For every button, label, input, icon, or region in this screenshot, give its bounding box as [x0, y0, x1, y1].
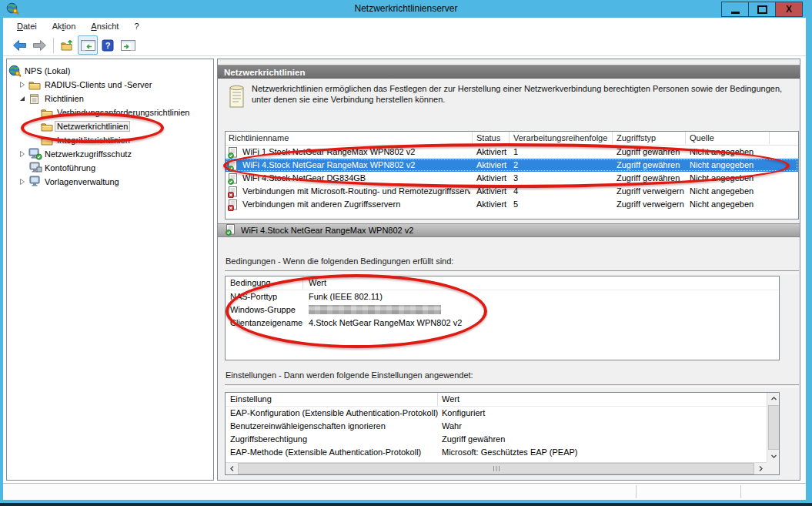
selected-policy-title: WiFi 4.Stock NetGear RangeMax WPN802 v2: [241, 226, 413, 235]
menu-aktion[interactable]: Aktion: [45, 19, 84, 33]
condition-value: 4.Stock NetGear RangeMax WPN802 v2: [309, 318, 462, 327]
nap-computer-icon: [28, 148, 42, 160]
policy-cell-status: Aktiviert: [476, 160, 506, 169]
tree-item-nps-lokal-[interactable]: NPS (Lokal): [7, 64, 213, 78]
tree-item-kontoführung[interactable]: Kontoführung: [7, 161, 213, 175]
setting-value: Wahr: [442, 421, 462, 431]
conditions-label: Bedingungen - Wenn die folgenden Bedingu…: [226, 256, 453, 266]
condition-name: Windows-Gruppe: [230, 305, 296, 314]
setting-row[interactable]: EAP-Konfiguration (Extensible Authentica…: [226, 407, 779, 420]
toolbar-forward-arrow-button[interactable]: [29, 35, 49, 55]
condition-name: Clientanzeigename: [230, 318, 302, 327]
minimize-icon: [731, 12, 740, 14]
tree-item-netzwerkrichtlinien[interactable]: Netzwerkrichtlinien: [7, 119, 213, 133]
policy-cell-status: Aktiviert: [476, 186, 506, 196]
policy-cell-order: 2: [513, 160, 518, 169]
export-list-icon: [61, 39, 75, 52]
policy-cell-source: Nicht angegeben: [690, 199, 754, 209]
settings-horizontal-scrollbar[interactable]: [226, 462, 767, 474]
setting-row[interactable]: Benutzereinwähleigenschaften ignorierenW…: [226, 420, 779, 433]
toolbar-help-button[interactable]: ?: [98, 35, 118, 55]
setting-value: Konfiguriert: [442, 408, 485, 417]
status-bar: [3, 483, 806, 500]
menu-datei[interactable]: Datei: [9, 19, 45, 33]
conditions-col-bedingung[interactable]: Bedingung: [230, 278, 271, 287]
setting-name: Zugriffsberechtigung: [230, 434, 307, 444]
conditions-list: Bedingung Wert NAS-PorttypFunk (IEEE 802…: [225, 276, 780, 360]
scrollbar-thumb[interactable]: [238, 463, 754, 474]
setting-row[interactable]: ZugriffsberechtigungZugriff gewähren: [226, 433, 779, 446]
window-title: Netzwerkrichtlinienserver: [0, 3, 812, 14]
tree-item-radius-clients-und-server[interactable]: RADIUS-Clients und -Server: [7, 78, 213, 92]
policy-col-name[interactable]: Richtlinienname: [229, 133, 289, 142]
policy-col-status[interactable]: Status: [476, 133, 500, 142]
policy-row[interactable]: Verbindungen mit anderen Zugriffsservern…: [226, 198, 798, 211]
close-button[interactable]: X: [775, 2, 803, 17]
scroll-down-icon[interactable]: [767, 451, 780, 462]
condition-row[interactable]: Windows-Gruppe: [226, 303, 779, 317]
expander-collapsed-icon[interactable]: [16, 178, 28, 186]
toolbar-export-list-button[interactable]: [58, 35, 78, 55]
policy-col-source[interactable]: Quelle: [690, 133, 714, 142]
policy-cell-order: 1: [513, 147, 518, 156]
policy-row[interactable]: Verbindungen mit Microsoft-Routing- und …: [226, 185, 798, 198]
help-icon: ?: [102, 39, 114, 52]
folder-icon: [41, 122, 55, 132]
results-pane-header: Netzwerkrichtlinien: [218, 65, 800, 79]
toolbar-action-pane-button[interactable]: [118, 35, 138, 55]
settings-col-einstellung[interactable]: Einstellung: [230, 394, 272, 404]
policy-cell-name: WiFi 1.Stock NetGear RangeMax WPN802 v2: [242, 147, 470, 156]
policy-cell-source: Nicht angegeben: [690, 173, 754, 183]
toolbar-console-tree-button[interactable]: [78, 35, 98, 55]
expander-collapsed-icon[interactable]: [16, 150, 28, 158]
close-icon: X: [786, 4, 792, 15]
console-tree-icon: [81, 40, 95, 51]
scroll-up-icon[interactable]: [767, 393, 780, 404]
column-divider: [769, 132, 770, 144]
policy-scroll-icon: [28, 93, 42, 105]
column-divider: [685, 132, 686, 144]
policy-col-order[interactable]: Verarbeitungsreihenfolge: [513, 133, 607, 142]
policy-row[interactable]: WiFi 4.Stock NetGear DG834GBAktiviert3Zu…: [226, 172, 798, 185]
toolbar-back-arrow-button[interactable]: [9, 35, 29, 55]
settings-vertical-scrollbar[interactable]: [767, 393, 779, 462]
condition-row[interactable]: NAS-PorttypFunk (IEEE 802.11): [226, 290, 779, 303]
policy-cell-source: Nicht angegeben: [690, 147, 754, 156]
condition-row[interactable]: Clientanzeigename4.Stock NetGear RangeMa…: [226, 317, 779, 330]
console-tree-pane: NPS (Lokal)RADIUS-Clients und -ServerRic…: [6, 59, 214, 481]
folder-icon: [28, 80, 42, 90]
tree-item-verbindungsanforderungsrichtlinien[interactable]: Verbindungsanforderungsrichtlinien: [7, 106, 213, 119]
scroll-right-icon[interactable]: [754, 463, 767, 474]
policy-cell-order: 4: [513, 186, 518, 196]
tree-item-label: Netzwerkrichtlinien: [55, 121, 130, 132]
condition-name: NAS-Porttyp: [230, 292, 277, 301]
settings-col-wert[interactable]: Wert: [442, 394, 459, 404]
tree-item-vorlagenverwaltung[interactable]: Vorlagenverwaltung: [7, 175, 213, 189]
conditions-col-wert[interactable]: Wert: [309, 278, 326, 287]
scrollbar-thumb[interactable]: [768, 405, 780, 450]
policy-col-access[interactable]: Zugriffstyp: [617, 133, 656, 142]
settings-label: Einstellungen - Dann werden folgende Ein…: [226, 370, 473, 380]
minimize-button[interactable]: [721, 2, 749, 17]
menu-?[interactable]: ?: [126, 19, 146, 33]
expander-expanded-icon[interactable]: [16, 95, 28, 102]
expander-collapsed-icon[interactable]: [16, 81, 28, 89]
tree-item-label: RADIUS-Clients und -Server: [42, 79, 154, 90]
policy-row[interactable]: WiFi 4.Stock NetGear RangeMax WPN802 v2A…: [226, 159, 798, 172]
tree-item-label: Kontoführung: [42, 163, 98, 173]
scroll-left-icon[interactable]: [226, 463, 238, 474]
tree-item-integritätsrichtlinien[interactable]: Integritätsrichtlinien: [7, 133, 213, 147]
divider: [225, 384, 799, 387]
tree-item-netzwerkzugriffsschutz[interactable]: Netzwerkzugriffsschutz: [7, 147, 213, 161]
setting-row[interactable]: EAP-Methode (Extensible Authentication-P…: [226, 446, 779, 459]
policy-cell-access: Zugriff gewähren: [617, 160, 680, 169]
maximize-button[interactable]: [748, 2, 776, 17]
setting-name: Benutzereinwähleigenschaften ignorieren: [230, 421, 386, 431]
menu-ansicht[interactable]: Ansicht: [83, 19, 126, 33]
tree-item-richtlinien[interactable]: Richtlinien: [7, 92, 213, 106]
policy-cell-order: 3: [513, 173, 518, 183]
policy-row[interactable]: WiFi 1.Stock NetGear RangeMax WPN802 v2A…: [226, 146, 798, 159]
tree-item-label: Integritätsrichtlinien: [55, 135, 132, 146]
folder-icon: [41, 108, 55, 118]
setting-value: Microsoft: Geschütztes EAP (PEAP): [442, 447, 577, 457]
